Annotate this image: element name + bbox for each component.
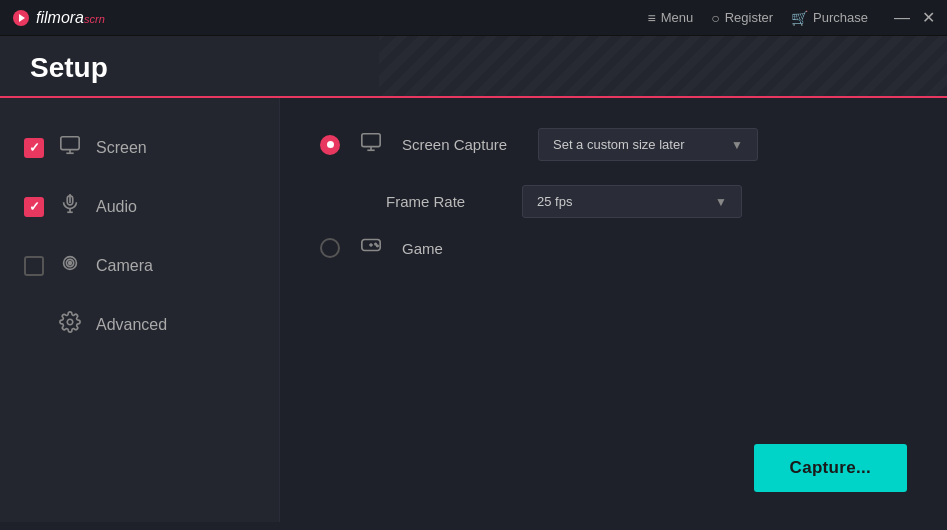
logo-filmora: filmorascrn [36, 9, 105, 27]
chevron-down-icon-2: ▼ [715, 195, 727, 209]
screen-capture-icon [356, 131, 386, 159]
screen-capture-option: Screen Capture Set a custom size later ▼ [320, 128, 907, 161]
cart-icon: 🛒 [791, 10, 808, 26]
sidebar-item-camera[interactable]: Camera [0, 236, 279, 295]
advanced-checkbox[interactable] [24, 315, 44, 335]
main-content: Screen Audio [0, 98, 947, 522]
audio-label: Audio [96, 198, 137, 216]
close-button[interactable]: ✕ [922, 10, 935, 26]
minimize-button[interactable]: — [894, 10, 910, 26]
page-title: Setup [30, 52, 917, 84]
svg-point-10 [69, 262, 72, 265]
right-panel: Screen Capture Set a custom size later ▼… [280, 98, 947, 522]
camera-checkbox[interactable] [24, 256, 44, 276]
frame-rate-row: Frame Rate 25 fps ▼ [386, 185, 907, 218]
sidebar: Screen Audio [0, 98, 280, 522]
camera-icon [58, 252, 82, 279]
screen-capture-label: Screen Capture [402, 136, 522, 153]
sidebar-item-screen[interactable]: Screen [0, 118, 279, 177]
chevron-down-icon: ▼ [731, 138, 743, 152]
purchase-label: Purchase [813, 10, 868, 25]
register-label: Register [725, 10, 773, 25]
screen-capture-radio[interactable] [320, 135, 340, 155]
capture-button[interactable]: Capture... [754, 444, 907, 492]
window-controls: — ✕ [894, 10, 935, 26]
logo-icon [12, 9, 30, 27]
register-button[interactable]: ○ Register [711, 10, 773, 26]
screen-capture-value: Set a custom size later [553, 137, 685, 152]
frame-rate-label: Frame Rate [386, 193, 506, 210]
svg-rect-2 [61, 137, 79, 150]
screen-checkbox[interactable] [24, 138, 44, 158]
game-option: Game [320, 234, 907, 262]
menu-icon: ≡ [647, 10, 655, 26]
screen-icon [58, 134, 82, 161]
menu-button[interactable]: ≡ Menu [647, 10, 693, 26]
camera-label: Camera [96, 257, 153, 275]
game-label: Game [402, 240, 522, 257]
svg-point-12 [67, 319, 73, 325]
menu-label: Menu [661, 10, 694, 25]
screen-settings: Frame Rate 25 fps ▼ [386, 185, 907, 218]
svg-point-20 [377, 245, 378, 246]
register-icon: ○ [711, 10, 719, 26]
logo-area: filmorascrn [12, 9, 105, 27]
frame-rate-dropdown[interactable]: 25 fps ▼ [522, 185, 742, 218]
audio-checkbox[interactable] [24, 197, 44, 217]
screen-capture-dropdown[interactable]: Set a custom size later ▼ [538, 128, 758, 161]
advanced-label: Advanced [96, 316, 167, 334]
sidebar-item-audio[interactable]: Audio [0, 177, 279, 236]
header: Setup [0, 36, 947, 98]
game-radio[interactable] [320, 238, 340, 258]
gear-icon [58, 311, 82, 338]
purchase-button[interactable]: 🛒 Purchase [791, 10, 868, 26]
svg-point-19 [375, 243, 376, 244]
audio-icon [58, 193, 82, 220]
title-bar: filmorascrn ≡ Menu ○ Register 🛒 Purchase… [0, 0, 947, 36]
svg-rect-13 [362, 133, 380, 146]
game-icon [356, 234, 386, 262]
screen-label: Screen [96, 139, 147, 157]
frame-rate-value: 25 fps [537, 194, 572, 209]
title-bar-actions: ≡ Menu ○ Register 🛒 Purchase — ✕ [647, 10, 935, 26]
sidebar-item-advanced[interactable]: Advanced [0, 295, 279, 354]
